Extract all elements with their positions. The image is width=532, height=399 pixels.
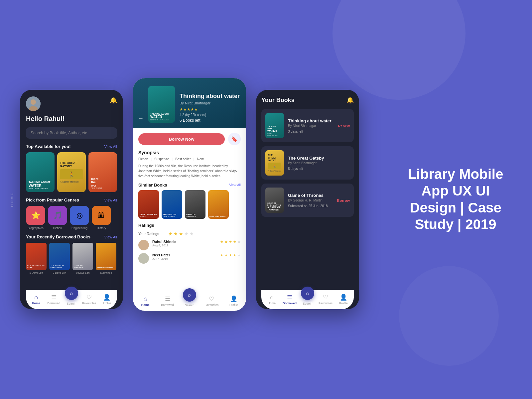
- renew-button-1[interactable]: Renew: [338, 124, 350, 128]
- bottom-nav: ⌂ Home ☰ Borrowed ⌕ Search ♡ Favourites: [26, 290, 117, 309]
- book-author-detail: By Nirat Bhatnagar: [180, 101, 240, 105]
- phone-borrowed: Your Books 🔔 TALKING ABOUT WATER NIRAT B…: [256, 90, 359, 309]
- svg-point-1: [31, 99, 36, 105]
- top-books-row: TALKING ABOUT WATER NIRAT BHATNAGAR THE …: [26, 152, 117, 192]
- nav2-favourites[interactable]: ♡ Favourites: [203, 295, 220, 307]
- phone-home: 🔔 Hello Rahul! Search by Book title, Aut…: [20, 90, 123, 309]
- tag-fiction: Fiction: [138, 157, 148, 161]
- genre-engineering[interactable]: ◎ Engineering: [70, 206, 89, 230]
- review-1-stars: ★ ★ ★ ★ ★: [220, 240, 241, 244]
- tag-new: New: [197, 157, 203, 161]
- recent-books-row: GREAT POPULAR SONG 3 Days Left THE FAULT…: [26, 243, 117, 274]
- avatar[interactable]: [26, 96, 41, 111]
- similar-book-2[interactable]: THE FAULT IN OUR STARS: [162, 190, 182, 219]
- top-available-title: Top Available for you!: [26, 144, 71, 149]
- b-status-1: 3 days left: [288, 130, 334, 133]
- book-water[interactable]: TALKING ABOUT WATER NIRAT BHATNAGAR: [26, 152, 55, 192]
- synopsis-title: Synopsis: [138, 150, 241, 155]
- recent-book-4[interactable]: more than words Submitted: [96, 243, 116, 274]
- nav3-borrowed[interactable]: ☰ Borrowed: [281, 294, 298, 305]
- borrow-now-button[interactable]: Borrow Now: [138, 133, 225, 145]
- book-gatsby[interactable]: THE GREAT GATSBY 🚶 F. Scott Fitzgerald: [57, 152, 86, 192]
- phone-description: ← TALKING ABOUT WATER NIRAT BHATNAGAR Th…: [133, 78, 246, 311]
- nav-favourites[interactable]: ♡ Favourites: [81, 294, 97, 305]
- ratings-title: Ratings: [138, 223, 241, 228]
- borrowed-card-3[interactable]: GEORGE R.R. MARTIN A GAME OF THRONES Gam…: [261, 184, 354, 217]
- nav3-profile[interactable]: 👤 Profile: [335, 294, 352, 305]
- nav-search[interactable]: ⌕ Search: [63, 293, 80, 305]
- borrow-button-3[interactable]: Borrow: [337, 199, 350, 202]
- tag-suspense: Suspense: [154, 157, 169, 161]
- similar-book-3[interactable]: GAME OF THRONES: [185, 190, 205, 219]
- genres-title: Pick from Popular Genres: [26, 198, 79, 202]
- your-books-title: Your Books: [261, 97, 295, 104]
- notification-icon-3[interactable]: 🔔: [346, 96, 354, 104]
- b-title-1: Thinking about water: [288, 118, 334, 123]
- tag-bestseller: Best seller: [175, 157, 191, 161]
- rating-text: 4.2 (by 22k users): [180, 113, 240, 117]
- top-available-viewall[interactable]: View All: [104, 145, 117, 149]
- b-title-2: The Great Gatsby: [288, 156, 346, 161]
- action-row: Borrow Now 🔖: [133, 128, 246, 150]
- borrowed-card-2[interactable]: THEGREATGATSY 🚶 F. Scott Fitzgerald The …: [261, 146, 354, 180]
- genre-biographies[interactable]: ⭐ Biographies: [26, 206, 45, 230]
- b-cover-1: TALKING ABOUT WATER NIRAT BHATNAGAR: [265, 113, 284, 138]
- similar-book-1[interactable]: GREAT POPULAR SONG: [138, 190, 159, 219]
- recent-viewall[interactable]: View All: [104, 235, 117, 239]
- similar-book-4[interactable]: more than words: [208, 190, 229, 219]
- recent-title: Your Recently Borrowed Books: [26, 234, 90, 239]
- right-panel: Library Mobile App UX UI Design | Case S…: [399, 166, 512, 233]
- back-button[interactable]: ←: [138, 115, 144, 121]
- borrowed-card-1[interactable]: TALKING ABOUT WATER NIRAT BHATNAGAR Thin…: [261, 109, 354, 142]
- similar-viewall[interactable]: View All: [229, 183, 241, 187]
- your-ratings-label: Your Ratings: [138, 232, 165, 236]
- b-author-2: By Scott Bhatnagar: [288, 161, 346, 165]
- genres-row: ⭐ Biographies 🎵 Fiction ◎ Engineering 🏛 …: [26, 206, 117, 230]
- b-cover-2: THEGREATGATSY 🚶 F. Scott Fitzgerald: [265, 150, 284, 176]
- similar-books-row: GREAT POPULAR SONG THE FAULT IN OUR STAR…: [138, 190, 241, 219]
- b-status-3: Submitted on 25 Jun, 2018: [288, 204, 333, 208]
- review-2: Neel Patel Jun 4, 2019 ★ ★ ★ ★ ★: [138, 253, 241, 264]
- nav2-search[interactable]: ⌕ Search: [181, 295, 198, 307]
- bottom-nav-borrowed: ⌂ Home ☰ Borrowed ⌕ Search ♡ Favourites: [261, 290, 354, 309]
- app-title: Library Mobile App UX UI Design | Case S…: [399, 166, 512, 233]
- genres-viewall[interactable]: View All: [104, 198, 117, 202]
- book-more[interactable]: morethawor JILL SANT: [88, 152, 117, 192]
- book-title-detail: Thinking about water: [180, 93, 240, 100]
- nav2-profile[interactable]: 👤 Profile: [225, 295, 242, 307]
- book-cover-detail: TALKING ABOUT WATER NIRAT BHATNAGAR: [148, 86, 175, 123]
- review-2-stars: ★ ★ ★ ★ ★: [220, 253, 241, 257]
- stars-detail: ★★★★★: [180, 107, 240, 112]
- b-title-3: Game of Thrones: [288, 193, 333, 198]
- nav-borrowed[interactable]: ☰ Borrowed: [46, 294, 62, 305]
- recent-book-1[interactable]: GREAT POPULAR SONG 3 Days Left: [26, 243, 47, 274]
- nav2-borrowed[interactable]: ☰ Borrowed: [159, 295, 176, 307]
- nav3-search[interactable]: ⌕ Search: [299, 293, 316, 305]
- genre-history[interactable]: 🏛 History: [92, 206, 111, 230]
- similar-title: Similar Books: [138, 183, 167, 188]
- b-author-1: By Nirat Bhatnagar: [288, 124, 334, 128]
- nav3-home[interactable]: ⌂ Home: [263, 294, 280, 305]
- your-stars[interactable]: ★ ★ ★ ★ ★: [168, 231, 194, 236]
- recent-book-3[interactable]: GAME OF THRONES 8 Days Left: [72, 243, 93, 274]
- nav-home[interactable]: ⌂ Home: [28, 294, 45, 305]
- review-1: Rahul Shinde Aug 4, 2019 ★ ★ ★ ★ ★: [138, 240, 241, 250]
- nav3-favourites[interactable]: ♡ Favourites: [317, 294, 334, 305]
- greeting-text: Hello Rahul!: [26, 115, 117, 123]
- phones-wrapper: 🔔 Hello Rahul! Search by Book title, Aut…: [0, 75, 379, 324]
- nav2-home[interactable]: ⌂ Home: [137, 296, 154, 307]
- bookmark-button[interactable]: 🔖: [228, 133, 241, 145]
- synopsis-text: During the 1980s and 90s, the Resource I…: [138, 164, 241, 179]
- recent-book-2[interactable]: THE FAULT IN OUR STARS 3 Days Left: [49, 243, 70, 274]
- b-status-2: 8 days left: [288, 167, 346, 171]
- nav-profile[interactable]: 👤 Profile: [98, 294, 115, 305]
- b-author-3: By George R. R. Martin: [288, 199, 333, 202]
- bottom-nav-desc: ⌂ Home ☰ Borrowed ⌕ Search ♡ Favourites: [133, 292, 246, 311]
- b-cover-3: GEORGE R.R. MARTIN A GAME OF THRONES: [265, 188, 284, 213]
- books-left: 6 Books left: [180, 118, 240, 123]
- genre-fiction[interactable]: 🎵 Fiction: [48, 206, 67, 230]
- notification-icon[interactable]: 🔔: [110, 96, 117, 104]
- search-input[interactable]: Search by Book title, Author, etc: [26, 127, 117, 139]
